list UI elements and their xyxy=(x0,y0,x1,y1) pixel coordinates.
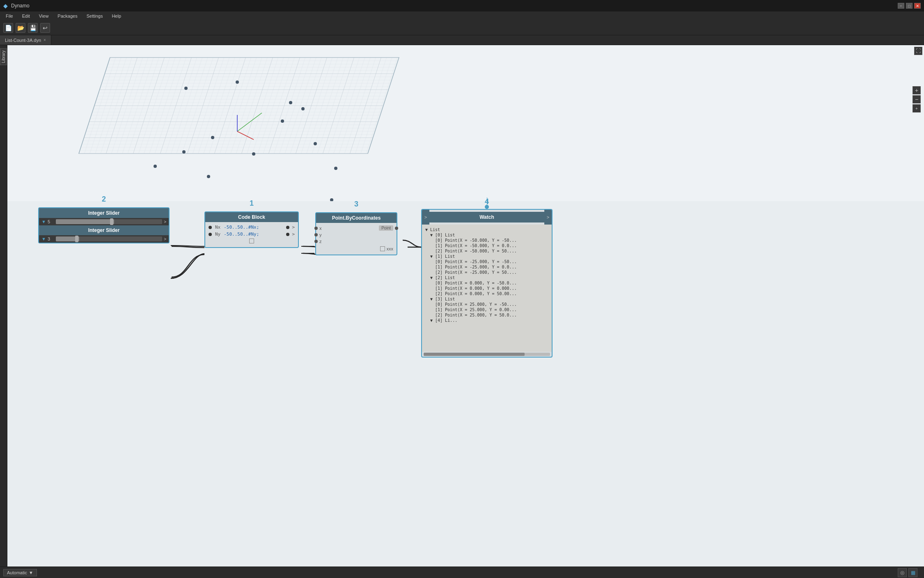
node-number-3: 3 xyxy=(354,200,358,209)
slider-1-fill xyxy=(56,219,115,224)
integer-slider-node: 2 Integer Slider ▼ 5 > Integer Slider xyxy=(38,207,170,243)
node-number-1: 1 xyxy=(250,199,254,208)
slider-2-track[interactable] xyxy=(56,236,162,241)
watch-l2i0: [0] Point(X = 0.000, Y = -50.0... xyxy=(425,280,548,286)
menu-file[interactable]: File xyxy=(2,13,17,19)
watch-left-port[interactable]: > xyxy=(422,210,429,225)
watch-right-port[interactable]: > xyxy=(544,210,552,225)
slider-1-chevron[interactable]: ▼ xyxy=(41,219,46,224)
code-out-2 xyxy=(286,233,289,236)
code-text-1: -50..50..#Nx; xyxy=(224,225,259,230)
svg-point-7 xyxy=(211,136,214,139)
watch-scrollbar[interactable] xyxy=(424,353,550,356)
code-label-nx: Nx xyxy=(215,225,220,230)
code-checkbox-row xyxy=(209,238,295,245)
point-bycoordinates-node: 3 Point.ByCoordinates x Point y xyxy=(315,212,397,255)
preview-icon[interactable]: ▦ xyxy=(908,568,917,577)
window-controls: − □ ✕ xyxy=(898,3,921,9)
menu-help[interactable]: Help xyxy=(108,13,125,19)
point-checkbox[interactable] xyxy=(380,246,385,251)
point-body: x Point y z xyxy=(316,223,397,255)
watch-header-row: > Watch > xyxy=(422,210,552,225)
point-label-y: y xyxy=(319,232,322,237)
slider-2-chevron[interactable]: ▼ xyxy=(41,236,46,241)
canvas[interactable]: 2 Integer Slider ▼ 5 > Integer Slider xyxy=(7,45,924,567)
menubar: File Edit View Packages Settings Help xyxy=(0,11,924,21)
code-block-header: Code Block xyxy=(205,212,298,222)
watch-l3i0: [0] Point(X = 25.000, Y = -50.... xyxy=(425,302,548,307)
toolbar: 📄 📂 💾 ↩ xyxy=(0,21,924,35)
zoom-plus-button[interactable]: + xyxy=(913,86,921,94)
slider-2-header: Integer Slider xyxy=(39,225,169,235)
fullscreen-button[interactable]: ⛶ xyxy=(914,47,922,55)
watch-root: ▼ List xyxy=(425,227,548,232)
code-label-ny: Ny xyxy=(215,232,220,237)
zoom-fit-button[interactable]: + xyxy=(913,104,921,112)
minimize-button[interactable]: − xyxy=(898,3,904,9)
svg-point-17 xyxy=(330,198,333,201)
viewport xyxy=(7,45,924,201)
watch-l3i1: [1] Point(X = 25.000, Y = 0.00... xyxy=(425,307,548,312)
slider-1-track[interactable] xyxy=(56,219,162,224)
slider-1-thumb[interactable] xyxy=(110,218,113,225)
menu-settings[interactable]: Settings xyxy=(83,13,107,19)
point-checkbox-row: xxx xyxy=(316,245,397,253)
zoom-controls: ⛶ xyxy=(914,47,922,55)
zoom-minus-button[interactable]: − xyxy=(913,95,921,103)
point-port-y-in xyxy=(314,233,318,236)
svg-point-12 xyxy=(314,142,317,145)
menu-view[interactable]: View xyxy=(35,13,53,19)
code-out-arrow-2: > xyxy=(292,232,295,237)
tab-filename: List-Count-3A.dyn xyxy=(5,38,41,43)
new-button[interactable]: 📄 xyxy=(3,23,13,33)
watch-l1i1: [1] Point(X = -25.000, Y = 0.0... xyxy=(425,264,548,270)
library-sidebar[interactable]: Library xyxy=(0,45,7,567)
watch-body: ▼ List ▼ [0] List [0] Point(X = -50.000,… xyxy=(422,225,552,352)
undo-button[interactable]: ↩ xyxy=(40,23,50,33)
code-line-1: Nx -50..50..#Nx; > xyxy=(209,224,295,231)
svg-point-14 xyxy=(252,152,255,156)
code-text-2: -50..50..#Ny; xyxy=(224,232,259,237)
library-label[interactable]: Library xyxy=(0,48,7,65)
menu-packages[interactable]: Packages xyxy=(53,13,81,19)
watch-l3i2: [2] Point(X = 25.000, Y = 50.0... xyxy=(425,312,548,318)
titlebar: ◆ Dynamo − □ ✕ xyxy=(0,0,924,11)
point-port-out xyxy=(395,227,398,230)
point-y-row: y xyxy=(316,232,397,238)
svg-point-6 xyxy=(182,150,186,154)
watch-l1i2: [2] Point(X = -25.000, Y = 50.... xyxy=(425,270,548,275)
geometry-icon[interactable]: ◎ xyxy=(898,568,907,577)
point-label-x: x xyxy=(319,226,322,231)
watch-l2i1: [1] Point(X = 0.000, Y = 0.000... xyxy=(425,286,548,291)
connection-slider2-to-codeblock xyxy=(172,255,204,277)
slider-2-thumb[interactable] xyxy=(75,236,78,242)
conn-s2-cb xyxy=(171,254,204,278)
app-icon: ◆ xyxy=(3,2,8,9)
main-area: Library xyxy=(0,45,924,567)
slider-1-row: ▼ 5 > xyxy=(39,218,169,225)
menu-edit[interactable]: Edit xyxy=(18,13,34,19)
slider-2-arrow[interactable]: > xyxy=(164,237,166,241)
file-tab[interactable]: List-Count-3A.dyn × xyxy=(0,35,51,45)
run-mode-dropdown[interactable]: Automatic ▼ xyxy=(3,569,37,576)
watch-scrollbar-thumb[interactable] xyxy=(424,353,525,356)
maximize-button[interactable]: □ xyxy=(906,3,913,9)
point-z-row: z xyxy=(316,238,397,245)
svg-point-15 xyxy=(281,119,284,123)
svg-point-8 xyxy=(184,87,188,90)
point-header: Point.ByCoordinates xyxy=(316,213,397,223)
watch-list3: ▼ [3] List xyxy=(425,296,548,302)
svg-rect-1 xyxy=(79,57,399,154)
watch-l2i2: [2] Point(X = 0.000, Y = 50.00... xyxy=(425,291,548,296)
code-line-2: Ny -50..50..#Ny; > xyxy=(209,231,295,238)
slider-1-header: Integer Slider xyxy=(39,208,169,218)
watch-l1i0: [0] Point(X = -25.000, Y = -50... xyxy=(425,259,548,264)
code-checkbox[interactable] xyxy=(249,239,254,243)
code-out-arrow-1: > xyxy=(292,225,295,230)
save-button[interactable]: 💾 xyxy=(28,23,38,33)
point-port-z-in xyxy=(314,240,318,243)
close-button[interactable]: ✕ xyxy=(914,3,921,9)
tab-close-button[interactable]: × xyxy=(44,38,46,42)
slider-1-arrow[interactable]: > xyxy=(164,220,166,224)
open-button[interactable]: 📂 xyxy=(16,23,25,33)
